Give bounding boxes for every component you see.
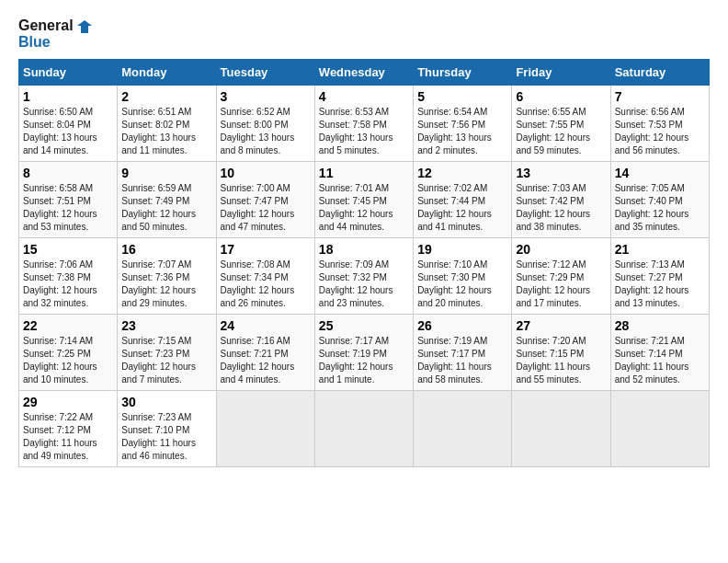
calendar-cell: 28Sunrise: 7:21 AMSunset: 7:14 PMDayligh…: [610, 315, 709, 391]
weekday-header: Friday: [512, 60, 610, 86]
day-info: Sunrise: 7:12 AMSunset: 7:29 PMDaylight:…: [516, 259, 606, 310]
day-info: Sunrise: 6:55 AMSunset: 7:55 PMDaylight:…: [516, 106, 606, 157]
day-number: 21: [615, 242, 705, 257]
day-info: Sunrise: 6:54 AMSunset: 7:56 PMDaylight:…: [417, 106, 507, 157]
day-number: 24: [221, 318, 311, 333]
day-number: 28: [615, 318, 705, 333]
day-info: Sunrise: 6:51 AMSunset: 8:02 PMDaylight:…: [121, 106, 211, 157]
day-number: 27: [516, 318, 606, 333]
day-number: 11: [319, 166, 409, 180]
day-info: Sunrise: 6:50 AMSunset: 8:04 PMDaylight:…: [23, 106, 113, 157]
day-info: Sunrise: 7:00 AMSunset: 7:47 PMDaylight:…: [221, 182, 311, 234]
weekday-header-row: SundayMondayTuesdayWednesdayThursdayFrid…: [19, 60, 710, 86]
calendar-cell: 4Sunrise: 6:53 AMSunset: 7:58 PMDaylight…: [314, 86, 413, 162]
calendar-week-row: 1Sunrise: 6:50 AMSunset: 8:04 PMDaylight…: [19, 86, 710, 162]
calendar-week-row: 22Sunrise: 7:14 AMSunset: 7:25 PMDayligh…: [19, 315, 710, 391]
calendar-cell: 1Sunrise: 6:50 AMSunset: 8:04 PMDaylight…: [19, 86, 118, 162]
calendar-week-row: 29Sunrise: 7:22 AMSunset: 7:12 PMDayligh…: [19, 391, 710, 467]
calendar-cell: 21Sunrise: 7:13 AMSunset: 7:27 PMDayligh…: [610, 238, 709, 315]
calendar-cell: [314, 391, 413, 467]
day-number: 6: [516, 89, 606, 104]
day-info: Sunrise: 7:09 AMSunset: 7:32 PMDaylight:…: [319, 259, 409, 310]
calendar-cell: 24Sunrise: 7:16 AMSunset: 7:21 PMDayligh…: [216, 315, 314, 391]
day-number: 20: [516, 242, 606, 257]
weekday-header: Tuesday: [216, 60, 314, 86]
calendar-cell: 7Sunrise: 6:56 AMSunset: 7:53 PMDaylight…: [610, 86, 709, 162]
calendar-cell: 10Sunrise: 7:00 AMSunset: 7:47 PMDayligh…: [216, 162, 314, 238]
day-info: Sunrise: 7:16 AMSunset: 7:21 PMDaylight:…: [221, 335, 311, 386]
day-number: 10: [221, 166, 311, 180]
day-number: 29: [23, 395, 113, 409]
logo-container: General Blue: [18, 18, 92, 50]
calendar-cell: 29Sunrise: 7:22 AMSunset: 7:12 PMDayligh…: [19, 391, 118, 467]
calendar-table: SundayMondayTuesdayWednesdayThursdayFrid…: [18, 59, 710, 467]
day-number: 4: [319, 89, 409, 104]
day-info: Sunrise: 7:10 AMSunset: 7:30 PMDaylight:…: [417, 259, 507, 310]
calendar-cell: 11Sunrise: 7:01 AMSunset: 7:45 PMDayligh…: [314, 162, 413, 238]
day-number: 5: [417, 89, 507, 104]
calendar-cell: 6Sunrise: 6:55 AMSunset: 7:55 PMDaylight…: [512, 86, 610, 162]
weekday-header: Monday: [118, 60, 216, 86]
svg-marker-0: [77, 20, 92, 33]
day-info: Sunrise: 6:56 AMSunset: 7:53 PMDaylight:…: [615, 106, 705, 157]
weekday-header: Thursday: [414, 60, 512, 86]
day-number: 13: [516, 166, 606, 180]
day-info: Sunrise: 7:21 AMSunset: 7:14 PMDaylight:…: [615, 335, 705, 386]
day-info: Sunrise: 7:05 AMSunset: 7:40 PMDaylight:…: [615, 182, 705, 234]
day-number: 7: [615, 89, 705, 104]
day-info: Sunrise: 7:02 AMSunset: 7:44 PMDaylight:…: [417, 182, 507, 234]
day-number: 17: [221, 242, 311, 257]
day-number: 23: [121, 318, 211, 333]
logo-blue: Blue: [18, 35, 92, 50]
day-number: 16: [121, 242, 211, 257]
day-number: 8: [23, 166, 113, 180]
calendar-cell: 30Sunrise: 7:23 AMSunset: 7:10 PMDayligh…: [118, 391, 216, 467]
calendar-cell: 25Sunrise: 7:17 AMSunset: 7:19 PMDayligh…: [314, 315, 413, 391]
calendar-cell: 27Sunrise: 7:20 AMSunset: 7:15 PMDayligh…: [512, 315, 610, 391]
calendar-cell: 14Sunrise: 7:05 AMSunset: 7:40 PMDayligh…: [610, 162, 709, 238]
calendar-cell: 20Sunrise: 7:12 AMSunset: 7:29 PMDayligh…: [512, 238, 610, 315]
calendar-cell: 16Sunrise: 7:07 AMSunset: 7:36 PMDayligh…: [118, 238, 216, 315]
day-info: Sunrise: 6:59 AMSunset: 7:49 PMDaylight:…: [121, 182, 211, 234]
day-number: 19: [417, 242, 507, 257]
calendar-cell: 2Sunrise: 6:51 AMSunset: 8:02 PMDaylight…: [118, 86, 216, 162]
calendar-cell: 23Sunrise: 7:15 AMSunset: 7:23 PMDayligh…: [118, 315, 216, 391]
weekday-header: Sunday: [19, 60, 118, 86]
day-number: 30: [121, 395, 211, 409]
day-number: 2: [121, 89, 211, 104]
day-info: Sunrise: 7:13 AMSunset: 7:27 PMDaylight:…: [615, 259, 705, 310]
logo: General Blue: [18, 18, 92, 50]
day-number: 9: [121, 166, 211, 180]
day-info: Sunrise: 7:07 AMSunset: 7:36 PMDaylight:…: [121, 259, 211, 310]
calendar-cell: [512, 391, 610, 467]
calendar-cell: 13Sunrise: 7:03 AMSunset: 7:42 PMDayligh…: [512, 162, 610, 238]
day-info: Sunrise: 7:01 AMSunset: 7:45 PMDaylight:…: [319, 182, 409, 234]
calendar-cell: [610, 391, 709, 467]
calendar-cell: 5Sunrise: 6:54 AMSunset: 7:56 PMDaylight…: [414, 86, 512, 162]
logo-general: General: [18, 18, 92, 35]
calendar-week-row: 8Sunrise: 6:58 AMSunset: 7:51 PMDaylight…: [19, 162, 710, 238]
calendar-cell: 9Sunrise: 6:59 AMSunset: 7:49 PMDaylight…: [118, 162, 216, 238]
day-info: Sunrise: 7:03 AMSunset: 7:42 PMDaylight:…: [516, 182, 606, 234]
day-info: Sunrise: 7:15 AMSunset: 7:23 PMDaylight:…: [121, 335, 211, 386]
weekday-header: Saturday: [610, 60, 709, 86]
calendar-cell: 18Sunrise: 7:09 AMSunset: 7:32 PMDayligh…: [314, 238, 413, 315]
day-info: Sunrise: 6:53 AMSunset: 7:58 PMDaylight:…: [319, 106, 409, 157]
calendar-week-row: 15Sunrise: 7:06 AMSunset: 7:38 PMDayligh…: [19, 238, 710, 315]
day-info: Sunrise: 7:17 AMSunset: 7:19 PMDaylight:…: [319, 335, 409, 386]
day-number: 14: [615, 166, 705, 180]
calendar-cell: 12Sunrise: 7:02 AMSunset: 7:44 PMDayligh…: [414, 162, 512, 238]
day-info: Sunrise: 6:52 AMSunset: 8:00 PMDaylight:…: [221, 106, 311, 157]
day-number: 3: [221, 89, 311, 104]
weekday-header: Wednesday: [314, 60, 413, 86]
calendar-cell: 26Sunrise: 7:19 AMSunset: 7:17 PMDayligh…: [414, 315, 512, 391]
day-info: Sunrise: 7:22 AMSunset: 7:12 PMDaylight:…: [23, 411, 113, 463]
day-info: Sunrise: 7:23 AMSunset: 7:10 PMDaylight:…: [121, 411, 211, 463]
calendar-cell: 3Sunrise: 6:52 AMSunset: 8:00 PMDaylight…: [216, 86, 314, 162]
day-info: Sunrise: 6:58 AMSunset: 7:51 PMDaylight:…: [23, 182, 113, 234]
day-info: Sunrise: 7:20 AMSunset: 7:15 PMDaylight:…: [516, 335, 606, 386]
calendar-cell: [414, 391, 512, 467]
calendar-cell: 15Sunrise: 7:06 AMSunset: 7:38 PMDayligh…: [19, 238, 118, 315]
day-number: 1: [23, 89, 113, 104]
calendar-cell: [216, 391, 314, 467]
